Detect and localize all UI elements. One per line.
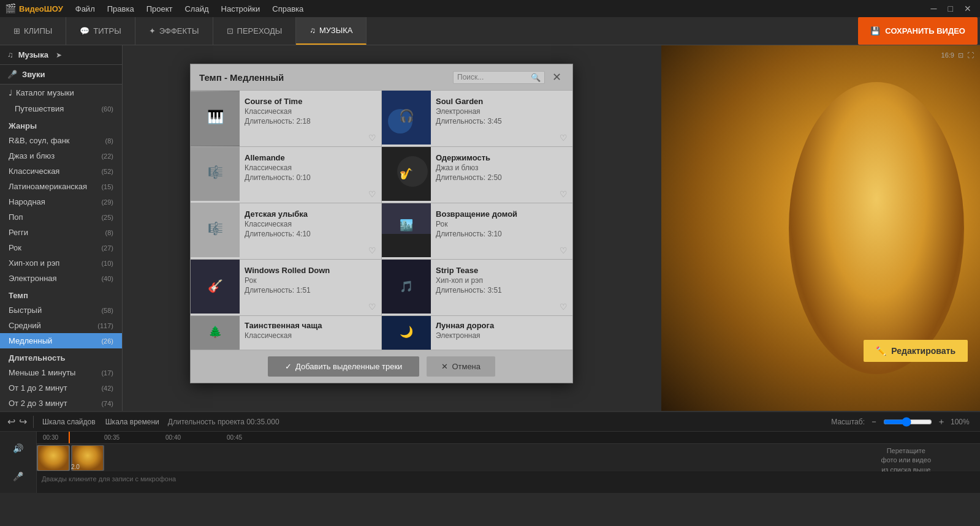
menu-slide[interactable]: Слайд bbox=[178, 4, 215, 13]
zoom-in-button[interactable]: ＋ bbox=[937, 416, 946, 427]
menu-settings[interactable]: Настройки bbox=[215, 4, 267, 13]
track-thumbnail: 🌲 bbox=[191, 316, 240, 350]
list-item[interactable]: 🎹 Course of Time Классическая Длительнос… bbox=[191, 91, 381, 146]
sidebar-item-folk[interactable]: Народная (29) bbox=[0, 194, 122, 209]
sidebar-item-2to3min[interactable]: От 2 до 3 минут (74) bbox=[0, 396, 122, 411]
fullscreen-icon: ⛶ bbox=[967, 51, 974, 59]
svg-text:🎸: 🎸 bbox=[208, 279, 223, 293]
svg-text:🌙: 🌙 bbox=[400, 325, 414, 339]
sidebar-item-1to2min[interactable]: От 1 до 2 минут (42) bbox=[0, 380, 122, 396]
track-thumbnail: 🏙️ bbox=[382, 203, 431, 259]
list-item[interactable]: 🌙 Лунная дорога Электронная bbox=[382, 316, 572, 350]
favorite-button[interactable]: ♡ bbox=[560, 302, 568, 312]
travel-count: (60) bbox=[101, 105, 113, 113]
edit-button[interactable]: ✏️ Редактировать bbox=[864, 340, 968, 362]
zoom-value: 100% bbox=[951, 418, 973, 426]
panel-sound-icon: 🎤 bbox=[7, 70, 17, 79]
track-duration: Длительность: 2:18 bbox=[245, 117, 376, 126]
close-button[interactable]: ✕ bbox=[960, 4, 975, 13]
tab-music[interactable]: ♫ МУЗЫКА bbox=[296, 17, 367, 45]
zoom-out-button[interactable]: － bbox=[870, 416, 878, 427]
volume-button[interactable]: 🔊 bbox=[13, 443, 23, 453]
sidebar-item-rock[interactable]: Рок (27) bbox=[0, 240, 122, 255]
track-thumbnail: 🎼 bbox=[191, 147, 240, 203]
scale-label: Масштаб: bbox=[831, 418, 865, 426]
cancel-button[interactable]: ✕ Отмена bbox=[427, 356, 495, 377]
aspect-ratio-label: 16:9 bbox=[941, 51, 954, 59]
list-item[interactable]: 🏙️ Возвращение домой Рок Длительность: 3… bbox=[382, 203, 572, 259]
sidebar-item-latin[interactable]: Латиноамериканская (15) bbox=[0, 179, 122, 194]
panel-music-icon: ♫ bbox=[7, 50, 13, 59]
sidebar-item-jazz[interactable]: Джаз и блюз (22) bbox=[0, 148, 122, 163]
timeline-tab[interactable]: Шкала времени bbox=[105, 418, 159, 426]
tab-titles[interactable]: 💬 ТИТРЫ bbox=[66, 17, 135, 45]
sidebar-item-fast[interactable]: Быстрый (58) bbox=[0, 302, 122, 318]
sidebar-item-rnb[interactable]: R&B, соул, фанк (8) bbox=[0, 133, 122, 148]
track-title: Soul Garden bbox=[436, 97, 568, 106]
sidebar-item-under1min[interactable]: Меньше 1 минуты (17) bbox=[0, 365, 122, 380]
track-title: Одержимость bbox=[436, 153, 568, 162]
menu-help[interactable]: Справка bbox=[266, 4, 310, 13]
add-tracks-button[interactable]: ✓ Добавить выделенные треки bbox=[268, 356, 419, 377]
track-title: Allemande bbox=[245, 153, 376, 162]
list-item[interactable]: 🎵 Strip Tease Хип-хоп и рэп Длительность… bbox=[382, 260, 572, 315]
list-item[interactable]: 🎼 Детская улыбка Классическая Длительнос… bbox=[191, 203, 381, 259]
list-item[interactable]: 🎸 Windows Rolled Down Рок Длительность: … bbox=[191, 260, 381, 315]
list-item[interactable]: 🌲 Таинственная чаща Классическая bbox=[191, 316, 381, 350]
sidebar-item-medium[interactable]: Средний (117) bbox=[0, 318, 122, 333]
minimize-button[interactable]: ─ bbox=[927, 4, 941, 13]
zoom-slider[interactable] bbox=[883, 417, 932, 427]
dialog-close-button[interactable]: ✕ bbox=[550, 70, 564, 84]
svg-text:🎧: 🎧 bbox=[399, 108, 414, 123]
tab-clips[interactable]: ⊞ КЛИПЫ bbox=[0, 17, 66, 45]
sidebar-item-classical[interactable]: Классическая (52) bbox=[0, 163, 122, 179]
favorite-button[interactable]: ♡ bbox=[560, 133, 568, 143]
mic-button[interactable]: 🎤 bbox=[13, 472, 23, 481]
sidebar-item-electronic[interactable]: Электронная (40) bbox=[0, 271, 122, 286]
search-box: 🔍 bbox=[453, 71, 545, 84]
drop-hint: Перетащите фото или видео из списка выше bbox=[881, 446, 931, 472]
list-item[interactable]: 🎼 Allemande Классическая Длительность: 0… bbox=[191, 147, 381, 203]
menu-edit[interactable]: Правка bbox=[101, 4, 140, 13]
app-logo: 🎬 ВидеоШОУ bbox=[5, 3, 63, 14]
clips-icon: ⊞ bbox=[13, 26, 20, 36]
tab-effects[interactable]: ✦ ЭФФЕКТЫ bbox=[135, 17, 213, 45]
sidebar-item-catalog[interactable]: ♩ Каталог музыки bbox=[0, 85, 122, 101]
save-video-button[interactable]: 💾 СОХРАНИТЬ ВИДЕО bbox=[858, 17, 978, 45]
undo-button[interactable]: ↩ bbox=[7, 416, 15, 427]
favorite-button[interactable]: ♡ bbox=[368, 302, 376, 312]
favorite-button[interactable]: ♡ bbox=[368, 189, 376, 199]
favorite-button[interactable]: ♡ bbox=[368, 133, 376, 143]
tab-transitions[interactable]: ⊡ ПЕРЕХОДЫ bbox=[213, 17, 297, 45]
list-item[interactable]: 🎷 Одержимость Джаз и блюз Длительность: … bbox=[382, 147, 572, 203]
catalog-icon: ♩ bbox=[9, 88, 12, 97]
track-title: Windows Rolled Down bbox=[245, 266, 376, 275]
menu-project[interactable]: Проект bbox=[140, 4, 179, 13]
mic-hint: Дважды кликните для записи с микрофона bbox=[42, 475, 176, 483]
sidebar-item-slow[interactable]: Медленный (26) bbox=[0, 333, 122, 348]
favorite-button[interactable]: ♡ bbox=[368, 246, 376, 255]
sidebar-item-pop[interactable]: Поп (25) bbox=[0, 209, 122, 225]
maximize-button[interactable]: □ bbox=[944, 4, 957, 13]
track-thumbnail: 🎼 bbox=[191, 203, 240, 259]
svg-text:🌲: 🌲 bbox=[208, 325, 222, 339]
track-clip-1[interactable] bbox=[37, 445, 70, 471]
transitions-icon: ⊡ bbox=[227, 26, 234, 36]
favorite-button[interactable]: ♡ bbox=[560, 189, 568, 199]
svg-text:🏙️: 🏙️ bbox=[400, 219, 414, 232]
track-title: Детская улыбка bbox=[245, 209, 376, 219]
slides-tab[interactable]: Шкала слайдов bbox=[42, 418, 96, 426]
favorite-button[interactable]: ♡ bbox=[560, 246, 568, 255]
track-thumbnail: 🌙 bbox=[382, 316, 431, 350]
sidebar-item-hiphop[interactable]: Хип-хоп и рэп (10) bbox=[0, 255, 122, 271]
sidebar-item-travel[interactable]: Путешествия (60) bbox=[0, 101, 122, 116]
menu-file[interactable]: Файл bbox=[69, 4, 101, 13]
sidebar-item-reggae[interactable]: Регги (8) bbox=[0, 225, 122, 240]
track-duration: Длительность: 3:51 bbox=[436, 286, 568, 295]
redo-button[interactable]: ↪ bbox=[19, 416, 27, 427]
list-item[interactable]: 🎧 Soul Garden Электронная Длительность: … bbox=[382, 91, 572, 146]
svg-text:🎹: 🎹 bbox=[207, 108, 224, 125]
track-duration: Длительность: 2:50 bbox=[436, 173, 568, 182]
search-input[interactable] bbox=[457, 73, 531, 81]
track-thumbnail: 🎷 bbox=[382, 147, 431, 203]
